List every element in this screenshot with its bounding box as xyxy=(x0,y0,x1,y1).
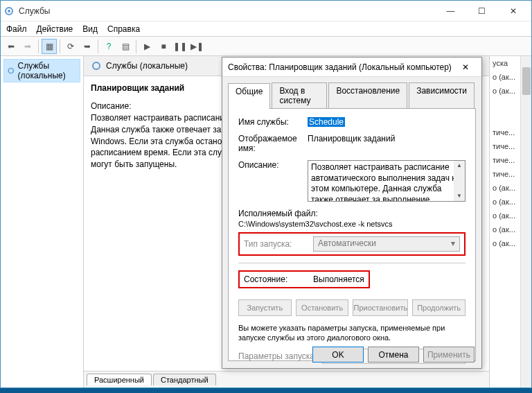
service-list-panel: уска о (ак... о (ак... тиче... тиче... т… xyxy=(490,56,531,387)
dialog-title: Свойства: Планировщик заданий (Локальный… xyxy=(228,62,455,72)
dialog-titlebar[interactable]: Свойства: Планировщик заданий (Локальный… xyxy=(222,58,481,77)
tab-general[interactable]: Общие xyxy=(228,83,270,109)
menu-help[interactable]: Справка xyxy=(107,24,140,34)
ok-button[interactable]: OK xyxy=(312,347,364,363)
tab-recovery[interactable]: Восстановление xyxy=(328,82,407,108)
stop-button[interactable]: Остановить xyxy=(296,299,349,316)
play-icon[interactable]: ▶ xyxy=(139,39,154,54)
resume-button[interactable]: Продолжить xyxy=(412,299,466,316)
gear-icon xyxy=(91,60,102,71)
svg-point-2 xyxy=(8,68,13,73)
tree-root-label: Службы (локальные) xyxy=(18,61,77,80)
apply-button[interactable]: Применить xyxy=(423,347,475,363)
desc-textbox[interactable]: Позволяет настраивать расписание автомат… xyxy=(308,160,466,202)
startup-type-highlight: Тип запуска: Автоматически xyxy=(238,232,466,256)
params-label: Параметры запуска: xyxy=(238,351,317,361)
tree-panel: Службы (локальные) xyxy=(1,56,84,387)
tree-root-item[interactable]: Службы (локальные) xyxy=(3,59,80,82)
minimize-button[interactable]: — xyxy=(435,1,466,21)
svg-point-3 xyxy=(93,62,100,69)
forward-button[interactable]: ➡ xyxy=(20,39,35,54)
display-name-value: Планировщик заданий xyxy=(308,134,466,143)
gear-icon xyxy=(7,65,15,76)
start-button[interactable]: Запустить xyxy=(238,299,292,316)
desc-label: Описание: xyxy=(238,160,308,170)
exec-path: C:\Windows\system32\svchost.exe -k netsv… xyxy=(238,220,393,228)
back-button[interactable]: ⬅ xyxy=(3,39,19,54)
pause-icon[interactable]: ❚❚ xyxy=(172,39,188,54)
state-value: Выполняется xyxy=(313,274,364,284)
state-label: Состояние: xyxy=(244,274,313,284)
tab-logon[interactable]: Вход в систему xyxy=(272,82,327,108)
cancel-button[interactable]: Отмена xyxy=(368,347,419,363)
desc-text: Позволяет настраивать расписание автомат… xyxy=(311,162,461,202)
startup-label: Тип запуска: xyxy=(244,239,313,249)
tab-general-content: Имя службы: Schedule Отображаемое имя: П… xyxy=(228,108,476,361)
tab-dependencies[interactable]: Зависимости xyxy=(409,82,475,108)
menu-action[interactable]: Действие xyxy=(37,24,73,34)
titlebar[interactable]: Службы — ☐ ✕ xyxy=(1,1,531,21)
scrollbar[interactable] xyxy=(520,56,531,387)
startup-type-select[interactable]: Автоматически xyxy=(313,236,460,252)
restart-icon[interactable]: ▶❚ xyxy=(189,39,204,54)
menubar: Файл Действие Вид Справка xyxy=(1,21,531,37)
window-title: Службы xyxy=(19,6,435,16)
show-hide-button[interactable]: ▦ xyxy=(42,39,57,54)
properties-icon[interactable]: ▤ xyxy=(118,39,133,54)
svc-name-value[interactable]: Schedule xyxy=(308,117,345,127)
stop-icon[interactable]: ■ xyxy=(156,39,171,54)
svg-point-1 xyxy=(8,10,10,12)
services-icon xyxy=(3,6,15,17)
pause-button[interactable]: Приостановить xyxy=(353,299,408,316)
maximize-button[interactable]: ☐ xyxy=(466,1,497,21)
help-icon[interactable]: ? xyxy=(101,39,116,54)
menu-view[interactable]: Вид xyxy=(82,24,98,34)
params-note: Вы можете указать параметры запуска, при… xyxy=(238,323,466,343)
tab-extended[interactable]: Расширенный xyxy=(87,374,152,385)
export-icon[interactable]: ➥ xyxy=(80,39,95,54)
display-name-label: Отображаемое имя: xyxy=(238,134,308,153)
svc-name-label: Имя службы: xyxy=(238,117,308,127)
properties-dialog: Свойства: Планировщик заданий (Локальный… xyxy=(222,57,482,369)
tab-standard[interactable]: Стандартный xyxy=(153,374,216,385)
dialog-close-button[interactable]: ✕ xyxy=(455,59,476,76)
toolbar: ⬅ ➡ ▦ ⟳ ➥ ? ▤ ▶ ■ ❚❚ ▶❚ xyxy=(1,37,531,56)
dialog-tabs: Общие Вход в систему Восстановление Зави… xyxy=(222,77,481,108)
detail-tabs: Расширенный Стандартный xyxy=(84,371,489,387)
detail-header-label: Службы (локальные) xyxy=(106,61,188,71)
close-button[interactable]: ✕ xyxy=(497,1,529,21)
desc-scrollbar[interactable]: ▲▼ xyxy=(454,161,465,201)
state-highlight: Состояние: Выполняется xyxy=(238,270,370,288)
exec-label: Исполняемый файл: xyxy=(238,209,318,218)
refresh-icon[interactable]: ⟳ xyxy=(63,39,78,54)
menu-file[interactable]: Файл xyxy=(6,24,27,34)
